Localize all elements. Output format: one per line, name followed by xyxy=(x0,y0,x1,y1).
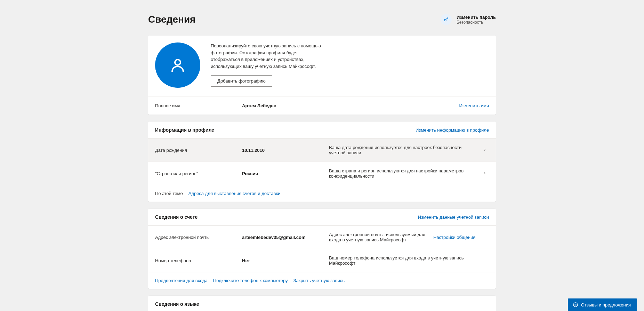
svg-point-2 xyxy=(573,303,578,307)
full-name-value: Артем Лебедев xyxy=(242,103,329,108)
feedback-button[interactable]: Отзывы и предложения xyxy=(568,298,637,311)
phone-desc: Ваш номер телефона используется для вход… xyxy=(329,255,489,266)
region-row[interactable]: "Страна или регион" Россия Ваша страна и… xyxy=(148,162,496,185)
full-name-label: Полное имя xyxy=(155,103,242,108)
photo-description: Персонализируйте свою учетную запись с п… xyxy=(211,42,325,70)
language-card: Сведения о языке xyxy=(148,296,496,311)
close-account-link[interactable]: Закрыть учетную запись xyxy=(293,278,345,283)
profile-section-title: Информация в профиле xyxy=(155,127,214,133)
account-section-title: Сведения о счете xyxy=(155,214,198,220)
dob-desc: Ваша дата рождения используется для наст… xyxy=(329,145,481,155)
phone-value: Нет xyxy=(242,258,329,263)
region-value: Россия xyxy=(242,171,329,176)
email-value: arteemlebedev35@gmail.com xyxy=(242,235,329,240)
change-password-title: Изменить пароль xyxy=(457,15,496,20)
edit-profile-link[interactable]: Изменить информацию в профиле xyxy=(416,127,489,133)
feedback-label: Отзывы и предложения xyxy=(581,302,631,308)
region-label: "Страна или регион" xyxy=(155,171,242,176)
account-info-card: Сведения о счете Изменить данные учетной… xyxy=(148,209,496,289)
dob-label: Дата рождения xyxy=(155,148,242,153)
profile-photo-card: Персонализируйте свою учетную запись с п… xyxy=(148,36,496,115)
language-section-title: Сведения о языке xyxy=(155,301,199,307)
page-title: Сведения xyxy=(148,14,195,25)
phone-label: Номер телефона xyxy=(155,258,242,263)
edit-account-link[interactable]: Изменить данные учетной записи xyxy=(418,215,489,220)
signin-prefs-link[interactable]: Предпочтения для входа xyxy=(155,278,208,283)
svg-point-1 xyxy=(175,60,180,65)
region-desc: Ваша страна и регион используются для на… xyxy=(329,168,481,179)
profile-footer-label: По этой теме xyxy=(155,191,183,196)
add-photo-button[interactable]: Добавить фотографию xyxy=(211,75,272,87)
phone-row: Номер телефона Нет Ваш номер телефона ис… xyxy=(148,249,496,272)
dob-value: 10.11.2010 xyxy=(242,148,329,153)
chevron-right-icon xyxy=(481,147,489,153)
chat-icon xyxy=(573,302,578,308)
dob-row[interactable]: Дата рождения 10.11.2010 Ваша дата рожде… xyxy=(148,139,496,162)
profile-info-card: Информация в профиле Изменить информацию… xyxy=(148,122,496,202)
communication-settings-link[interactable]: Настройки общения xyxy=(433,235,475,240)
person-icon xyxy=(169,57,186,73)
email-desc: Адрес электронной почты, используемый дл… xyxy=(329,232,433,242)
email-label: Адрес электронной почты xyxy=(155,235,242,240)
billing-addresses-link[interactable]: Адреса для выставления счетов и доставки xyxy=(188,191,281,196)
connect-phone-link[interactable]: Подключите телефон к компьютеру xyxy=(213,278,288,283)
change-password-link[interactable]: Изменить пароль Безопасность xyxy=(441,14,496,25)
edit-name-link[interactable]: Изменить имя xyxy=(459,103,489,108)
avatar xyxy=(155,42,200,88)
change-password-subtitle: Безопасность xyxy=(457,20,496,25)
key-icon xyxy=(441,14,452,25)
chevron-right-icon xyxy=(481,171,489,176)
email-row: Адрес электронной почты arteemlebedev35@… xyxy=(148,226,496,249)
